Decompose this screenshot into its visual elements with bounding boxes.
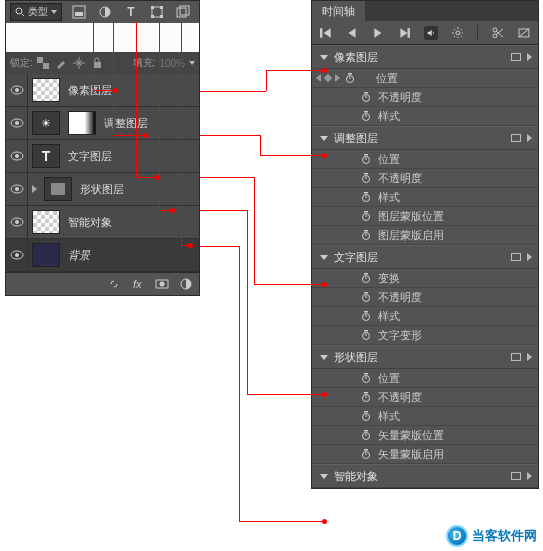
settings-icon[interactable] <box>452 26 464 40</box>
track-options-icon[interactable] <box>511 472 521 480</box>
stopwatch-icon[interactable] <box>360 411 372 421</box>
visibility-toggle[interactable] <box>6 239 28 271</box>
timeline-layer-group[interactable]: 智能对象 <box>312 464 538 488</box>
track-options-icon[interactable] <box>511 134 521 142</box>
filter-text-icon[interactable]: T <box>124 5 138 19</box>
layer-name[interactable]: 智能对象 <box>68 215 112 230</box>
keyframe-nav <box>318 211 378 221</box>
track-options-icon[interactable] <box>511 353 521 361</box>
timeline-property-row[interactable]: 位置 <box>312 369 538 388</box>
stopwatch-icon[interactable] <box>360 292 372 302</box>
timeline-property-row[interactable]: 矢量蒙版位置 <box>312 426 538 445</box>
chevron-right-icon[interactable] <box>527 134 532 142</box>
timeline-property-row[interactable]: 位置 <box>312 150 538 169</box>
layer-row[interactable]: 形状图层 <box>6 173 199 206</box>
expand-group-icon[interactable] <box>320 355 328 360</box>
scissors-icon[interactable] <box>492 26 504 40</box>
track-options-icon[interactable] <box>511 53 521 61</box>
go-to-first-frame-icon[interactable] <box>320 26 332 40</box>
next-keyframe-icon[interactable] <box>335 74 340 82</box>
timeline-layer-group[interactable]: 像素图层 <box>312 45 538 69</box>
chevron-right-icon[interactable] <box>527 353 532 361</box>
keyframe-diamond-icon[interactable] <box>324 74 332 82</box>
stopwatch-icon[interactable] <box>360 273 372 283</box>
timeline-property-row[interactable]: 样式 <box>312 107 538 126</box>
timeline-property-row[interactable]: 不透明度 <box>312 288 538 307</box>
timeline-property-row[interactable]: 不透明度 <box>312 88 538 107</box>
timeline-property-row[interactable]: 不透明度 <box>312 169 538 188</box>
layer-name[interactable]: 形状图层 <box>80 182 124 197</box>
lock-transparency-icon[interactable] <box>37 57 49 69</box>
svg-rect-63 <box>364 192 368 194</box>
chevron-right-icon[interactable] <box>527 53 532 61</box>
layer-row[interactable]: ☀ 调整图层 <box>6 107 199 140</box>
stopwatch-icon[interactable] <box>360 449 372 459</box>
timeline-property-row[interactable]: 样式 <box>312 307 538 326</box>
visibility-toggle[interactable] <box>6 74 28 106</box>
stopwatch-icon[interactable] <box>360 392 372 402</box>
layer-name[interactable]: 调整图层 <box>104 116 148 131</box>
stopwatch-icon[interactable] <box>360 154 372 164</box>
stopwatch-icon[interactable] <box>360 111 372 121</box>
timeline-property-row[interactable]: 位置 <box>312 69 538 88</box>
visibility-toggle[interactable] <box>6 206 28 238</box>
expand-group-icon[interactable] <box>320 55 328 60</box>
expand-layer-icon[interactable] <box>28 185 40 193</box>
stopwatch-icon[interactable] <box>360 173 372 183</box>
stopwatch-icon[interactable] <box>360 430 372 440</box>
timeline-property-row[interactable]: 不透明度 <box>312 388 538 407</box>
layer-name[interactable]: 文字图层 <box>68 149 112 164</box>
visibility-toggle[interactable] <box>6 140 28 172</box>
track-options-icon[interactable] <box>511 253 521 261</box>
property-name: 位置 <box>378 371 400 386</box>
filter-pixel-icon[interactable] <box>72 5 86 19</box>
add-style-icon[interactable]: fx <box>131 277 145 291</box>
layer-row[interactable]: T 文字图层 <box>6 140 199 173</box>
link-layers-icon[interactable] <box>107 277 121 291</box>
keyframe-nav <box>318 154 378 164</box>
add-adjustment-icon[interactable] <box>179 277 193 291</box>
filter-shape-icon[interactable] <box>150 5 164 19</box>
transition-icon[interactable] <box>518 26 530 40</box>
filter-smartobject-icon[interactable] <box>176 5 190 19</box>
stopwatch-icon[interactable] <box>360 230 372 240</box>
stopwatch-icon[interactable] <box>360 311 372 321</box>
prev-frame-icon[interactable] <box>346 26 358 40</box>
lock-position-icon[interactable] <box>73 57 85 69</box>
next-frame-icon[interactable] <box>398 26 410 40</box>
stopwatch-icon[interactable] <box>360 330 372 340</box>
stopwatch-icon[interactable] <box>344 73 356 83</box>
stopwatch-icon[interactable] <box>360 92 372 102</box>
visibility-toggle[interactable] <box>6 107 28 139</box>
timeline-layer-group[interactable]: 调整图层 <box>312 126 538 150</box>
timeline-property-row[interactable]: 图层蒙版启用 <box>312 226 538 245</box>
filter-type-select[interactable]: 类型 <box>10 3 62 21</box>
audio-toggle-icon[interactable] <box>424 26 438 40</box>
timeline-layer-group[interactable]: 文字图层 <box>312 245 538 269</box>
timeline-property-row[interactable]: 变换 <box>312 269 538 288</box>
lock-pixels-icon[interactable] <box>55 57 67 69</box>
timeline-property-row[interactable]: 文字变形 <box>312 326 538 345</box>
timeline-property-row[interactable]: 样式 <box>312 188 538 207</box>
chevron-right-icon[interactable] <box>527 253 532 261</box>
timeline-property-row[interactable]: 矢量蒙版启用 <box>312 445 538 464</box>
timeline-property-row[interactable]: 样式 <box>312 407 538 426</box>
property-name: 图层蒙版启用 <box>378 228 444 243</box>
timeline-tab[interactable]: 时间轴 <box>312 1 365 22</box>
stopwatch-icon[interactable] <box>360 192 372 202</box>
visibility-toggle[interactable] <box>6 173 28 205</box>
stopwatch-icon[interactable] <box>360 211 372 221</box>
layer-name[interactable]: 背景 <box>68 248 90 263</box>
timeline-property-row[interactable]: 图层蒙版位置 <box>312 207 538 226</box>
prev-keyframe-icon[interactable] <box>316 74 321 82</box>
play-icon[interactable] <box>372 26 384 40</box>
expand-group-icon[interactable] <box>320 136 328 141</box>
expand-group-icon[interactable] <box>320 474 328 479</box>
expand-group-icon[interactable] <box>320 255 328 260</box>
timeline-layer-group[interactable]: 形状图层 <box>312 345 538 369</box>
stopwatch-icon[interactable] <box>360 373 372 383</box>
layer-row[interactable]: 背景 <box>6 239 199 272</box>
filter-adjustment-icon[interactable] <box>98 5 112 19</box>
chevron-right-icon[interactable] <box>527 472 532 480</box>
add-mask-icon[interactable] <box>155 277 169 291</box>
